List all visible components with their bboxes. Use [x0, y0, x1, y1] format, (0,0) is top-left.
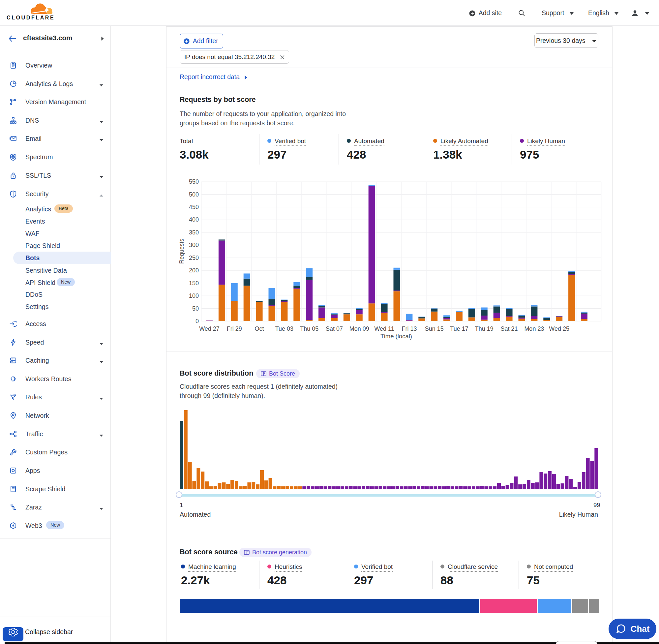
- svg-text:350: 350: [189, 229, 199, 236]
- svg-text:200: 200: [189, 267, 199, 274]
- svg-text:Thu 05: Thu 05: [300, 325, 319, 332]
- svg-text:Requests: Requests: [178, 239, 185, 264]
- svg-text:Wed 25: Wed 25: [549, 325, 569, 332]
- svg-text:Tue 17: Tue 17: [450, 325, 468, 332]
- svg-text:300: 300: [189, 242, 199, 248]
- svg-text:Wed 11: Wed 11: [374, 325, 394, 332]
- svg-text:Thu 19: Thu 19: [475, 325, 494, 332]
- svg-text:Oct: Oct: [255, 325, 264, 332]
- svg-text:Time (local): Time (local): [380, 333, 412, 340]
- svg-text:Fri 13: Fri 13: [402, 325, 417, 332]
- svg-text:550: 550: [189, 178, 199, 185]
- svg-text:50: 50: [192, 305, 199, 312]
- svg-text:Mon 09: Mon 09: [349, 325, 369, 332]
- svg-text:Mon 23: Mon 23: [524, 325, 544, 332]
- svg-text:Wed 27: Wed 27: [199, 325, 219, 332]
- svg-text:500: 500: [189, 191, 199, 198]
- svg-text:400: 400: [189, 216, 199, 223]
- svg-text:Tue 03: Tue 03: [275, 325, 293, 332]
- svg-text:250: 250: [189, 255, 199, 261]
- svg-text:Sun 15: Sun 15: [425, 325, 444, 332]
- svg-text:100: 100: [189, 293, 199, 299]
- svg-text:Sat 07: Sat 07: [326, 325, 343, 332]
- svg-text:Sat 21: Sat 21: [501, 325, 518, 332]
- svg-text:450: 450: [189, 204, 199, 210]
- svg-text:0: 0: [195, 318, 199, 324]
- svg-text:150: 150: [189, 280, 199, 286]
- svg-text:Fri 29: Fri 29: [227, 325, 242, 332]
